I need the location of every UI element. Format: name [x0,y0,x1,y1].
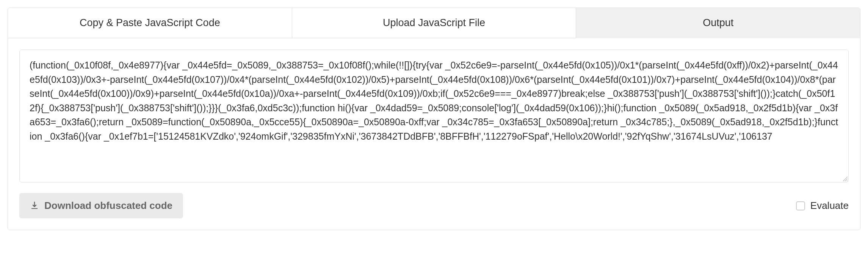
code-area-wrapper [19,50,849,182]
evaluate-label[interactable]: Evaluate [810,200,849,212]
footer-bar: Download obfuscated code Evaluate [19,193,849,218]
tab-copy-paste[interactable]: Copy & Paste JavaScript Code [8,8,292,38]
output-code-textarea[interactable] [20,50,848,181]
tab-upload[interactable]: Upload JavaScript File [292,8,577,38]
download-button-label: Download obfuscated code [44,200,172,212]
evaluate-checkbox[interactable] [796,201,805,210]
download-icon [30,201,39,210]
output-panel: Copy & Paste JavaScript Code Upload Java… [8,8,860,230]
tab-output[interactable]: Output [576,8,860,38]
svg-line-2 [847,181,848,181]
tabs-bar: Copy & Paste JavaScript Code Upload Java… [8,8,860,38]
tab-content: Download obfuscated code Evaluate [8,38,860,230]
evaluate-group: Evaluate [796,200,849,212]
download-button[interactable]: Download obfuscated code [19,193,183,218]
